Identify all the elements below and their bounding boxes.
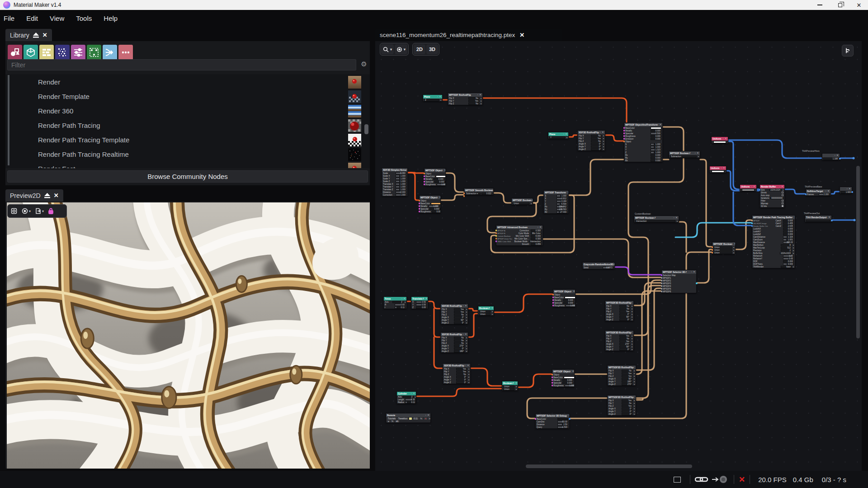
input-port[interactable] (419, 200, 420, 202)
menu-help[interactable]: Help (104, 14, 118, 22)
close-icon[interactable]: ✕ (54, 192, 59, 199)
input-port[interactable] (552, 299, 554, 301)
hierarchy-view-button[interactable] (842, 45, 854, 56)
preview-area-icon[interactable] (674, 477, 681, 483)
graph-node-plane-1[interactable]: Plane▫ ✕Z▾ (423, 94, 443, 102)
input-port[interactable] (805, 193, 807, 195)
input-port[interactable] (712, 252, 713, 253)
input-port[interactable] (419, 205, 420, 207)
graph-horizontal-scrollbar[interactable] (526, 465, 692, 468)
graph-node-smooth-boolean[interactable]: MPTSDF Smooth Boolean 𝑓▫ ✕Subtraction ▾0… (464, 188, 494, 195)
input-port[interactable] (495, 232, 497, 234)
close-window-button[interactable]: ✕ (851, 0, 867, 10)
lock-button[interactable] (46, 206, 56, 216)
graph-node-uniform-3[interactable]: Uniform▫ ✕ (740, 184, 757, 192)
input-port[interactable] (661, 274, 663, 276)
input-port[interactable] (552, 296, 554, 298)
input-port[interactable] (751, 220, 753, 221)
stop-render-icon[interactable]: ✕ (739, 475, 745, 484)
graph-node-object-4[interactable]: MPTSDF Object▫ ✕ObjectBaseColorMetallic0… (552, 369, 575, 387)
graph-node-object-3[interactable]: MPTSDF Object▫ ✕ObjectBaseColorMetallic0… (553, 289, 576, 307)
input-port[interactable] (552, 374, 553, 375)
maximize-button[interactable] (832, 0, 848, 10)
input-port[interactable] (552, 302, 554, 304)
input-port[interactable] (661, 285, 663, 287)
arrow-target-icon[interactable] (711, 475, 729, 483)
transform-icon[interactable] (103, 45, 117, 60)
input-port[interactable] (623, 130, 625, 131)
input-port[interactable] (419, 202, 420, 204)
input-port[interactable] (661, 282, 663, 284)
graph-node-plane-2[interactable]: Plane▫ ✕Y▾ (548, 132, 569, 139)
menu-tools[interactable]: Tools (76, 14, 92, 22)
graph-node-rotandflip-b1[interactable]: SDF3D RotAndFlip▫ ✕Flip XYes▾Flip YYes▾F… (440, 304, 468, 324)
input-port[interactable] (623, 132, 625, 134)
filter-settings-gear-icon[interactable]: ⚙ (359, 60, 368, 69)
input-port[interactable] (661, 277, 663, 279)
graph-node-torus[interactable]: Torus▫ ✕AxisZ▾R0.60r0.11 (383, 296, 407, 309)
close-scene-icon[interactable]: ✕ (519, 32, 524, 38)
graph-node-object-2[interactable]: MPTSDF Object▫ ✕ObjectBaseColorMetallic1… (419, 195, 441, 213)
graph-node-boolean-3union[interactable]: MPTSDF Boolean▫ ✕Union▾Union▾Union▾ (712, 242, 736, 254)
node-graph-editor[interactable]: Plane▫ ✕Z▾MPTSDF RotAndFlip▫ ✕Flip XNo▾F… (375, 41, 862, 471)
input-port[interactable] (552, 379, 553, 381)
input-port[interactable] (463, 192, 465, 194)
patterns-icon[interactable] (39, 45, 54, 60)
menu-view[interactable]: View (50, 14, 64, 22)
input-port[interactable] (424, 183, 425, 185)
graph-node-rotandflip-b2[interactable]: SDF3D RotAndFlip▫ ✕Flip XNo▾Flip YNo▾Fli… (440, 332, 468, 353)
input-port[interactable] (552, 294, 554, 296)
graph-vertical-scrollbar[interactable] (856, 166, 860, 338)
output-port[interactable] (851, 191, 853, 193)
output-port[interactable] (831, 220, 833, 221)
3d-shapes-icon[interactable] (24, 45, 38, 60)
output-port[interactable] (839, 158, 841, 160)
view-options-button[interactable]: ▾ (395, 44, 407, 54)
preview-3d-toggle[interactable]: 3D (426, 44, 438, 54)
link-icon[interactable] (695, 476, 711, 483)
graph-node-object-1[interactable]: MPTSDF Object▫ ✕ObjectBaseColorMetallic0… (424, 168, 446, 186)
list-item[interactable]: Render (5, 75, 370, 89)
graph-node-rotandflip-m1[interactable]: MPTSDF3D RotAndFlip▫ ✕Flip XNo▾Flip YNo▾… (605, 300, 634, 321)
graph-node-advanced-boolean[interactable]: MPTSDF Advanced Boolean▫ ✕MPSDF ACorrect… (496, 225, 543, 246)
graph-node-transform-1[interactable]: MPTSDF Transform▫ ✕S1.000X0.812Y-3.184Z-… (543, 190, 569, 214)
library-scrollbar[interactable] (364, 124, 368, 134)
undock-icon[interactable] (33, 33, 39, 38)
input-port[interactable] (552, 376, 553, 378)
list-item[interactable]: Render 360 (5, 104, 370, 118)
input-port[interactable] (495, 238, 497, 239)
graph-node-rotandflip-2[interactable]: SDF3D RotAndFlip▫ ✕Flip XNo▾Flip YYes▾Fl… (577, 130, 605, 151)
scene-file-tab[interactable]: scene116_momentum26_realtimepathtracing.… (375, 29, 562, 41)
graph-node-grayscale-noise[interactable]: Grayscale RandomNoise3D 𝑓▫ ✕Seed0.8872 (582, 262, 615, 269)
noise-icon[interactable] (55, 45, 70, 60)
graph-node-uniform-2[interactable]: Uniform▫ ✕ (709, 166, 726, 173)
graph-node-rotandflip-m3[interactable]: MPTSDF3D RotAndFlip▫ ✕Flip XNo▾Flip YYes… (607, 365, 636, 386)
input-port[interactable] (424, 178, 425, 180)
preview2d-tab[interactable]: Preview2D ✕ (5, 189, 63, 202)
preview-render-viewport[interactable] (7, 202, 370, 469)
graph-node-rotandflip-1[interactable]: MPTSDF RotAndFlip▫ ✕Flip XNo▾Flip YYes▾F… (448, 93, 483, 105)
input-port[interactable] (623, 127, 625, 129)
undock-icon[interactable] (44, 193, 50, 198)
graph-node-render-pt-buffer[interactable]: MPTSDF Render Path Tracing Buffer▫ ✕MPSD… (752, 215, 795, 268)
list-item[interactable]: Render Template (5, 89, 370, 104)
input-port[interactable] (495, 240, 497, 242)
graph-node-remote[interactable]: Remote▫ ✕TutorialsTweakbox0.11✎✕++◂✎ab (386, 413, 431, 423)
input-port[interactable] (495, 235, 497, 237)
input-port[interactable] (751, 222, 753, 224)
graph-node-cylinder[interactable]: Cylinder▫ ✕AxisZ▾Length3.30Radius0.11 (396, 391, 416, 404)
list-item[interactable]: Render Fast (5, 162, 370, 168)
filters-icon[interactable] (71, 45, 85, 60)
graph-node-mini-value-2[interactable]: ▫ ✕1.188 (822, 153, 840, 160)
graph-node-boolean-t2[interactable]: Boolean 𝑓▫ ✕Union▾Union▾ (502, 381, 518, 391)
input-port[interactable] (535, 418, 537, 420)
input-port[interactable] (623, 138, 625, 140)
graph-node-taa-render-output[interactable]: TАA RenderOutput▫ ✕ (805, 215, 832, 222)
graph-node-rotandflip-m4[interactable]: MPTSDF3D RotAndFlip▫ ✕Flip XYes▾Flip YNo… (607, 395, 636, 416)
graph-node-render-buffer[interactable]: Render Buffer▫ ✕Size1024x1024▾ShrinkAuto… (760, 184, 785, 208)
graph-node-object-transform[interactable]: MPTSDF ObjectAndTransform▫ ✕BaseColorMet… (624, 122, 663, 162)
input-port[interactable] (751, 225, 753, 227)
input-port[interactable] (661, 288, 663, 290)
output-port[interactable] (696, 282, 698, 284)
input-port[interactable] (712, 246, 713, 248)
